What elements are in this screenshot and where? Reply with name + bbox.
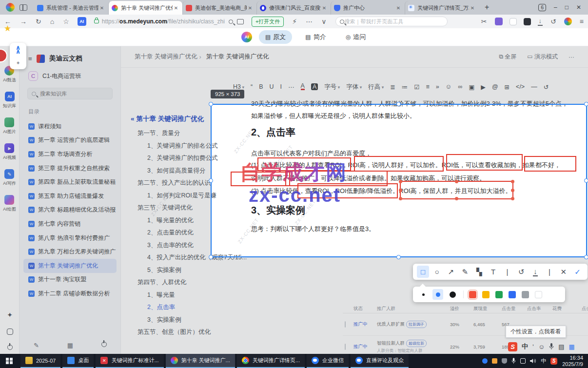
knowledge-search[interactable]	[27, 88, 113, 99]
maximize-button[interactable]: □	[565, 4, 568, 11]
tray-ime-lang[interactable]: 中	[541, 357, 546, 365]
toc-entry[interactable]: 2、点击率	[131, 301, 228, 314]
toc-entry[interactable]: 2、关键词推广的扣费公式	[131, 152, 228, 165]
compose-icon[interactable]: ✎	[34, 342, 39, 349]
download-icon[interactable]: ↓	[538, 17, 543, 26]
rect-tool[interactable]: □	[417, 266, 429, 278]
color-swatch[interactable]	[522, 291, 529, 298]
table-header-cell[interactable]: 点击转化率	[582, 306, 588, 312]
chapter-item[interactable]: 第二章 市场调查分析	[23, 147, 117, 161]
undo-tool[interactable]: ↺	[515, 266, 528, 278]
selection-handle[interactable]	[584, 255, 588, 259]
ai-doc-tab[interactable]: ▤ 简介	[299, 30, 332, 44]
selection-handle[interactable]	[584, 178, 588, 183]
toolbox-icon[interactable]	[7, 345, 13, 350]
chapter-item[interactable]: 第五章 助力店铺流量爆发	[23, 189, 117, 203]
tab-close-icon[interactable]: ✕	[98, 5, 105, 11]
tray-wecom-icon[interactable]	[482, 358, 488, 364]
taskbar-item[interactable]: 2025-07	[20, 354, 60, 368]
rail-tool-item[interactable]: 知识库	[3, 92, 16, 109]
toc-entry[interactable]: 第二节、投入产出比的认识	[131, 177, 228, 190]
forward-icon[interactable]: →	[16, 18, 31, 25]
table-header-cell[interactable]: 点击率	[527, 306, 552, 312]
browser-tab[interactable]: 关键词推广详情页_万相 ✕	[405, 1, 479, 15]
font-color[interactable]: A	[301, 83, 305, 90]
history-clock-icon[interactable]	[7, 329, 13, 335]
tray-volume-icon[interactable]	[530, 358, 536, 364]
pinned-star-icon[interactable]: ★	[4, 23, 11, 34]
ai-assistant-logo[interactable]	[241, 32, 252, 42]
toc-entry[interactable]: 第四节、人群优化	[131, 276, 228, 289]
chapter-item[interactable]: 第十章 关键词推广优化	[23, 259, 117, 273]
divider[interactable]: —	[531, 83, 537, 90]
color-swatch[interactable]	[495, 291, 503, 298]
workspace-switcher[interactable]: C C1-电商运营班	[20, 63, 120, 81]
bullet-list[interactable]: ≣	[390, 83, 395, 91]
ime-keyboard-icon[interactable]: ▤	[558, 343, 564, 350]
tray-security-icon[interactable]	[502, 358, 507, 364]
color-swatch[interactable]	[469, 291, 476, 298]
selection-handle[interactable]	[396, 102, 401, 106]
table-header-cell[interactable]: 展现量	[473, 306, 502, 312]
image[interactable]: ▣	[469, 83, 474, 91]
download-tool[interactable]: ↓	[529, 266, 542, 278]
align[interactable]: ≡	[426, 83, 430, 90]
selection-handle[interactable]	[584, 102, 588, 106]
toc-entry[interactable]: 5、实操案例	[131, 264, 228, 277]
home-icon[interactable]: ⌂	[46, 18, 59, 25]
tab-close-icon[interactable]: ✕	[321, 5, 328, 11]
tray-sogou-icon[interactable]: S	[550, 358, 557, 365]
video[interactable]: ▶	[481, 83, 486, 91]
toc-entry[interactable]: 第三节、关键词优化	[131, 202, 228, 214]
taskbar-clock[interactable]: 16:342025/7/9	[562, 355, 588, 368]
menu-icon[interactable]: ≡	[575, 18, 588, 25]
tray-display-icon[interactable]	[520, 358, 526, 364]
ai-extension-icon[interactable]: AI	[78, 17, 86, 26]
power-icon[interactable]	[101, 342, 107, 347]
separator[interactable]: |	[543, 266, 555, 278]
extension-star-icon[interactable]: ✦	[7, 311, 13, 319]
profile-avatar[interactable]	[564, 18, 572, 25]
history-restore-icon[interactable]: ↺	[546, 18, 561, 25]
translate-extension-icon[interactable]	[495, 18, 503, 25]
pen-tool[interactable]: ✎	[459, 266, 471, 278]
collapse-chevron-icon[interactable]: ∨	[317, 18, 331, 25]
floating-collapse-widget[interactable]: ∧∧ ✦	[10, 43, 26, 69]
ai-doc-tab[interactable]: ▤ 原文	[259, 30, 292, 44]
chapter-item[interactable]: 第十一章 淘宝联盟	[23, 273, 117, 287]
chapter-item[interactable]: 第六章 标题精细优化及活动报	[23, 203, 117, 217]
taskbar-item[interactable]: 关键词推广详情页...	[237, 354, 305, 368]
toc-entry[interactable]: 3、实操案例	[131, 314, 228, 327]
taskbar-item[interactable]: 第十章 关键词推广...	[166, 354, 235, 368]
ime-skin-icon[interactable]: ▦	[568, 343, 574, 350]
chapter-item[interactable]: 第八章 热浪引擎和付费推广	[23, 231, 117, 245]
taskbar-item[interactable]: 直播评论及观众	[351, 354, 409, 368]
toc-entry[interactable]: 第五节、创意（图片）优化	[131, 326, 228, 339]
line-height[interactable]: 行高	[368, 83, 384, 91]
font-family[interactable]: 字体	[346, 83, 362, 91]
browser-tab[interactable]: 系统管理 - 美迪云管理 ✕	[34, 1, 108, 15]
selection-handle[interactable]	[209, 102, 213, 106]
rail-tool-item[interactable]: AI绘图	[3, 195, 16, 213]
font-size[interactable]: 字号	[324, 83, 340, 91]
ime-emoji-icon[interactable]: ☺	[538, 343, 545, 350]
taskbar-item[interactable]: 企业微信	[307, 354, 349, 368]
table[interactable]: ⊞	[505, 83, 510, 91]
new-tab-button[interactable]: +	[479, 3, 495, 12]
tab-close-icon[interactable]: ✕	[395, 5, 402, 11]
ime-mic-icon[interactable]	[549, 343, 554, 350]
bold[interactable]: B	[259, 83, 263, 90]
cancel-tool[interactable]: ✕	[557, 266, 569, 278]
annotation-rectangle[interactable]	[400, 181, 513, 199]
table-header-cell[interactable]: 点击量	[502, 306, 527, 312]
toc-entry[interactable]: 3、如何提高质量得分	[131, 165, 228, 177]
stroke-size-option[interactable]	[418, 289, 429, 300]
minimize-button[interactable]: –	[554, 4, 557, 11]
emoji[interactable]: ☺	[446, 83, 452, 90]
start-button[interactable]	[0, 354, 19, 368]
extension-icon[interactable]	[510, 18, 517, 25]
more-format[interactable]: ⋯	[288, 83, 294, 91]
separator[interactable]: |	[501, 266, 513, 278]
toc-entry[interactable]: 1、关键词推广的排名公式	[131, 140, 228, 153]
table-header-cell[interactable]: 状态	[353, 306, 377, 312]
